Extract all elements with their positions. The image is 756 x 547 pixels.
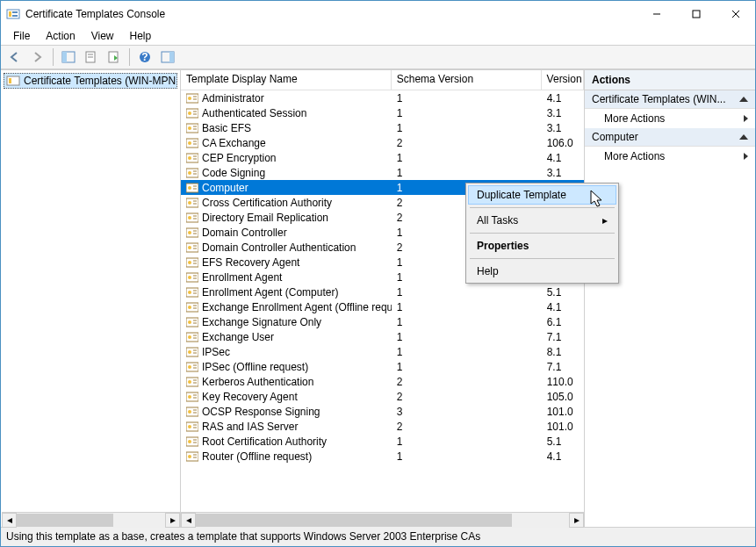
tree-pane: Certificate Templates (WIN-MPN ◂ ▸ (1, 70, 181, 527)
template-name: CEP Encryption (202, 152, 277, 164)
svg-point-29 (188, 126, 191, 130)
svg-rect-17 (169, 52, 174, 62)
template-name: Key Recovery Agent (202, 391, 298, 403)
table-row[interactable]: RAS and IAS Server2101.0 (181, 419, 584, 434)
svg-point-93 (188, 365, 191, 369)
actions-more-1[interactable]: More Actions (585, 109, 755, 128)
template-list[interactable]: Administrator14.1Authenticated Session13… (181, 90, 584, 512)
col-header-version[interactable]: Version (542, 70, 584, 90)
help-button[interactable]: ? (134, 47, 155, 67)
table-row[interactable]: Exchange Signature Only16.1 (181, 314, 584, 329)
close-button[interactable] (716, 1, 755, 27)
table-row[interactable]: OCSP Response Signing3101.0 (181, 404, 584, 419)
template-name: Directory Email Replication (202, 212, 328, 224)
certificate-icon (186, 451, 198, 462)
svg-point-33 (188, 141, 191, 145)
table-row[interactable]: Administrator14.1 (181, 90, 584, 105)
table-row[interactable]: Exchange Enrollment Agent (Offline requ.… (181, 299, 584, 314)
table-row[interactable]: Kerberos Authentication2110.0 (181, 374, 584, 389)
window-title: Certificate Templates Console (25, 8, 637, 20)
svg-point-113 (188, 440, 191, 443)
col-header-name[interactable]: Template Display Name (181, 70, 392, 90)
certificate-icon (186, 108, 198, 119)
schema-version: 1 (397, 167, 403, 179)
table-row[interactable]: Enrollment Agent (Computer)15.1 (181, 284, 584, 299)
export-button[interactable] (104, 47, 125, 67)
table-row[interactable]: CA Exchange2106.0 (181, 135, 584, 150)
actions-more-2[interactable]: More Actions (585, 147, 755, 166)
refresh-button[interactable] (157, 47, 178, 67)
schema-version: 1 (397, 227, 403, 239)
properties-button[interactable] (81, 47, 102, 67)
template-version: 7.1 (547, 361, 562, 373)
certificate-icon (186, 347, 198, 357)
toolbar-separator (129, 48, 130, 66)
certificate-icon (186, 227, 198, 238)
scroll-left-icon[interactable]: ◂ (2, 513, 17, 528)
certificate-icon (186, 272, 198, 283)
actions-group-computer[interactable]: Computer (585, 128, 755, 147)
ctx-help[interactable]: Help (468, 262, 616, 281)
template-version: 8.1 (547, 346, 562, 358)
svg-point-105 (188, 410, 191, 414)
tree-node-cert-templates[interactable]: Certificate Templates (WIN-MPN (4, 73, 177, 89)
schema-version: 1 (397, 271, 403, 284)
show-hide-tree-button[interactable] (58, 47, 79, 67)
list-hscroll[interactable]: ◂ ▸ (181, 512, 584, 527)
table-row[interactable]: Code Signing13.1 (181, 165, 584, 180)
menu-file[interactable]: File (6, 28, 37, 44)
table-row[interactable]: IPSec (Offline request)17.1 (181, 359, 584, 374)
table-row[interactable]: Exchange User17.1 (181, 329, 584, 344)
scroll-right-icon[interactable]: ▸ (165, 513, 180, 528)
col-header-schema[interactable]: Schema Version (392, 70, 542, 90)
table-row[interactable]: Key Recovery Agent2105.0 (181, 389, 584, 404)
template-name: Computer (202, 182, 248, 194)
table-row[interactable]: Router (Offline request)14.1 (181, 449, 584, 464)
template-name: OCSP Response Signing (202, 406, 320, 418)
back-button[interactable] (4, 47, 25, 67)
table-row[interactable]: IPSec18.1 (181, 344, 584, 359)
template-name: Exchange Signature Only (202, 316, 321, 328)
template-name: Enrollment Agent (Computer) (202, 286, 338, 299)
table-row[interactable]: Authenticated Session13.1 (181, 105, 584, 120)
schema-version: 1 (397, 450, 403, 463)
svg-rect-5 (693, 11, 700, 18)
minimize-button[interactable] (637, 1, 676, 27)
svg-point-73 (188, 291, 191, 294)
svg-point-25 (188, 112, 191, 115)
schema-version: 2 (397, 376, 403, 388)
forward-button[interactable] (27, 47, 48, 67)
ctx-duplicate-template[interactable]: Duplicate Template (468, 185, 616, 205)
ctx-properties[interactable]: Properties (468, 236, 616, 256)
table-row[interactable]: Root Certification Authority15.1 (181, 434, 584, 449)
menu-help[interactable]: Help (123, 28, 159, 44)
context-menu: Duplicate Template All Tasks▸ Properties… (465, 183, 619, 284)
table-row[interactable]: CEP Encryption14.1 (181, 150, 584, 165)
tree-hscroll[interactable]: ◂ ▸ (2, 512, 180, 527)
menu-action[interactable]: Action (39, 28, 82, 44)
template-version: 106.0 (547, 137, 573, 149)
actions-group-templates[interactable]: Certificate Templates (WIN... (585, 90, 755, 109)
svg-point-57 (188, 231, 191, 234)
scroll-right-icon[interactable]: ▸ (569, 513, 584, 528)
template-name: RAS and IAS Server (202, 421, 298, 433)
template-name: Code Signing (202, 167, 265, 179)
template-version: 4.1 (547, 92, 562, 104)
template-version: 7.1 (547, 331, 562, 343)
ctx-separator (470, 207, 615, 208)
scroll-left-icon[interactable]: ◂ (181, 513, 196, 528)
template-version: 3.1 (547, 107, 562, 119)
titlebar: Certificate Templates Console (1, 1, 755, 27)
schema-version: 2 (397, 197, 403, 209)
template-version: 4.1 (547, 450, 562, 463)
certificate-icon (186, 421, 198, 432)
menu-view[interactable]: View (84, 28, 121, 44)
certificate-icon (186, 436, 198, 447)
template-version: 105.0 (547, 391, 573, 403)
maximize-button[interactable] (676, 1, 716, 27)
schema-version: 1 (397, 346, 403, 358)
ctx-all-tasks[interactable]: All Tasks▸ (468, 211, 616, 230)
table-row[interactable]: Basic EFS13.1 (181, 120, 584, 135)
svg-point-101 (188, 395, 191, 399)
template-name: Cross Certification Authority (202, 197, 332, 209)
